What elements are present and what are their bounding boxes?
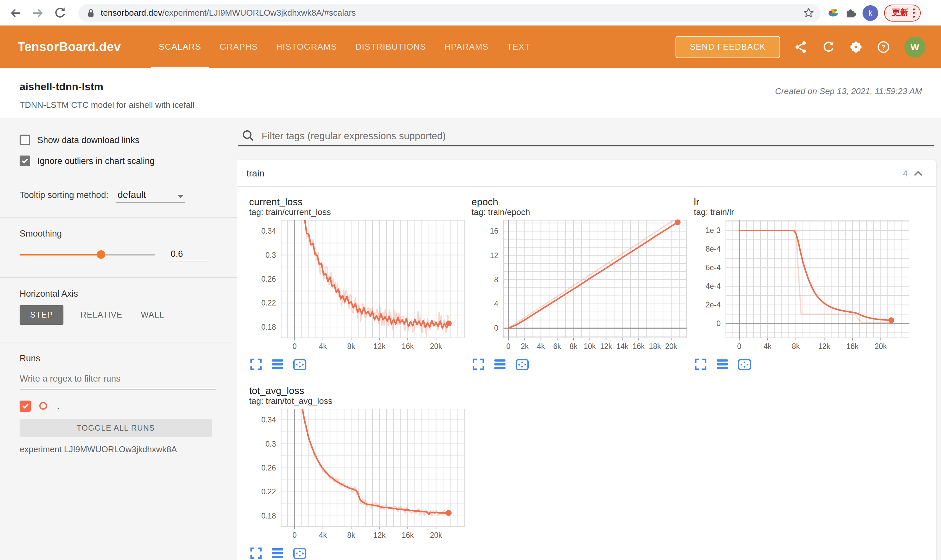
browser-profile-avatar[interactable]: k — [862, 5, 878, 21]
fit-domain-icon[interactable] — [293, 547, 307, 559]
tab-graphs[interactable]: GRAPHS — [211, 26, 267, 68]
svg-text:14k: 14k — [616, 342, 629, 351]
tag-filter-bar[interactable] — [238, 129, 934, 146]
brand-logo[interactable]: TensorBoard.dev — [18, 40, 121, 54]
svg-text:10k: 10k — [584, 342, 596, 351]
chart-current-loss: current_loss tag: train/current_loss 04k… — [239, 187, 462, 371]
chrome-update-button[interactable]: 更新 — [884, 4, 921, 21]
runs-selector-icon[interactable] — [272, 359, 284, 370]
runs-selector-icon[interactable] — [272, 548, 284, 559]
chart-lr: lr tag: train/lr 04k8k12k16k20k1e-38e-46… — [684, 187, 906, 371]
svg-text:8k: 8k — [347, 531, 355, 539]
back-icon[interactable] — [9, 6, 22, 19]
browser-menu-icon[interactable] — [913, 8, 915, 17]
svg-text:12k: 12k — [373, 531, 386, 539]
extension-bowl-icon[interactable] — [827, 7, 839, 18]
line-chart[interactable]: 04k8k12k16k20k0.340.30.260.220.18 — [239, 218, 464, 356]
help-icon[interactable]: ? — [877, 40, 890, 53]
svg-text:0: 0 — [737, 342, 742, 351]
group-name: train — [247, 168, 264, 178]
svg-text:6e-4: 6e-4 — [706, 263, 720, 272]
run-checkbox-checked-icon[interactable] — [20, 400, 31, 411]
checkbox-checked-icon[interactable] — [20, 155, 30, 166]
svg-text:20k: 20k — [665, 342, 677, 351]
group-chart-count: 4 — [903, 168, 908, 178]
svg-text:8k: 8k — [792, 342, 800, 351]
smoothing-slider[interactable] — [20, 254, 155, 255]
toggle-all-runs-button[interactable]: TOGGLE ALL RUNS — [20, 419, 212, 437]
run-list-item[interactable]: . — [20, 400, 218, 412]
show-download-links-checkbox-row[interactable]: Show data download links — [20, 133, 218, 146]
refresh-icon[interactable] — [822, 40, 835, 53]
scalars-dashboard: train 4 current_loss tag: train/current_… — [238, 118, 941, 560]
svg-text:0.26: 0.26 — [261, 464, 276, 472]
line-chart[interactable]: 02k4k6k8k10k12k14k16k18k20k1612840 — [462, 218, 686, 356]
bookmark-star-icon[interactable] — [803, 7, 814, 18]
svg-text:0.22: 0.22 — [261, 298, 276, 307]
smoothing-label: Smoothing — [20, 227, 218, 240]
svg-text:16k: 16k — [401, 342, 414, 351]
svg-text:16: 16 — [490, 227, 498, 235]
runs-selector-icon[interactable] — [716, 359, 728, 370]
smoothing-value-field[interactable]: 0.6 — [167, 249, 210, 261]
forward-icon[interactable] — [31, 6, 45, 19]
tab-scalars[interactable]: SCALARS — [150, 26, 211, 68]
chart-tot-avg-loss: tot_avg_loss tag: train/tot_avg_loss 04k… — [239, 376, 462, 559]
svg-text:0.22: 0.22 — [261, 488, 276, 496]
runs-filter-input[interactable] — [20, 371, 216, 389]
divider — [0, 342, 238, 342]
reload-icon[interactable] — [54, 6, 67, 19]
settings-gear-icon[interactable] — [850, 40, 862, 53]
fullscreen-icon[interactable] — [472, 358, 484, 371]
svg-text:18k: 18k — [649, 342, 661, 351]
svg-text:1e-3: 1e-3 — [706, 226, 720, 235]
tag-filter-input[interactable] — [260, 129, 934, 142]
svg-text:12k: 12k — [818, 342, 830, 351]
chevron-up-icon[interactable] — [913, 170, 923, 176]
chart-tag: tag: train/tot_avg_loss — [249, 396, 462, 406]
charts-grid: current_loss tag: train/current_loss 04k… — [238, 187, 936, 560]
chart-tag: tag: train/lr — [694, 207, 906, 217]
horizontal-axis-label: Horizontal Axis — [20, 287, 218, 300]
tab-hparams[interactable]: HPARAMS — [435, 26, 498, 68]
fit-domain-icon[interactable] — [515, 358, 529, 370]
tab-histograms[interactable]: HISTOGRAMS — [267, 26, 346, 68]
address-bar[interactable]: tensorboard.dev/experiment/LJI9MWUORLOw3… — [79, 4, 821, 22]
train-group-header[interactable]: train 4 — [238, 160, 936, 187]
slider-thumb[interactable] — [97, 250, 105, 259]
browser-toolbar: tensorboard.dev/experiment/LJI9MWUORLOw3… — [0, 0, 941, 26]
fullscreen-icon[interactable] — [250, 547, 262, 559]
axis-step-button[interactable]: STEP — [20, 305, 63, 325]
experiment-created-date: Created on Sep 13, 2021, 11:59:23 AM — [775, 86, 922, 96]
svg-text:2e-4: 2e-4 — [706, 301, 720, 309]
fullscreen-icon[interactable] — [250, 358, 262, 371]
nav-tabs: SCALARS GRAPHS HISTOGRAMS DISTRIBUTIONS … — [150, 26, 540, 68]
svg-text:0: 0 — [494, 324, 498, 332]
axis-wall-button[interactable]: WALL — [132, 305, 174, 325]
extensions-puzzle-icon[interactable] — [845, 7, 857, 18]
checkbox-unchecked-icon[interactable] — [20, 135, 30, 145]
line-chart[interactable]: 04k8k12k16k20k0.340.30.260.220.18 — [239, 406, 464, 545]
svg-text:16k: 16k — [401, 531, 414, 539]
send-feedback-button[interactable]: SEND FEEDBACK — [676, 35, 780, 58]
fit-domain-icon[interactable] — [293, 358, 307, 370]
fit-domain-icon[interactable] — [737, 358, 751, 370]
user-avatar[interactable]: W — [904, 36, 925, 57]
svg-text:8e-4: 8e-4 — [706, 245, 720, 253]
experiment-header: aishell-tdnn-lstm TDNN-LSTM CTC model fo… — [0, 68, 941, 118]
train-group-card: train 4 current_loss tag: train/current_… — [238, 160, 936, 560]
svg-text:16k: 16k — [632, 342, 645, 351]
experiment-id-label: experiment LJI9MWUORLOw3jkdhxwk8A — [20, 445, 218, 454]
svg-text:20k: 20k — [430, 531, 443, 539]
tooltip-sorting-select[interactable]: default — [116, 189, 185, 203]
tab-text[interactable]: TEXT — [498, 26, 539, 68]
line-chart[interactable]: 04k8k12k16k20k1e-38e-46e-44e-42e-40 — [684, 218, 909, 356]
share-icon[interactable] — [794, 40, 808, 53]
tab-distributions[interactable]: DISTRIBUTIONS — [346, 26, 435, 68]
svg-text:0: 0 — [506, 342, 511, 351]
ignore-outliers-checkbox-row[interactable]: Ignore outliers in chart scaling — [20, 154, 218, 167]
fullscreen-icon[interactable] — [694, 358, 707, 371]
experiment-description: TDNN-LSTM CTC model for aishell with ice… — [20, 100, 194, 110]
axis-relative-button[interactable]: RELATIVE — [71, 305, 132, 325]
runs-selector-icon[interactable] — [494, 359, 506, 370]
